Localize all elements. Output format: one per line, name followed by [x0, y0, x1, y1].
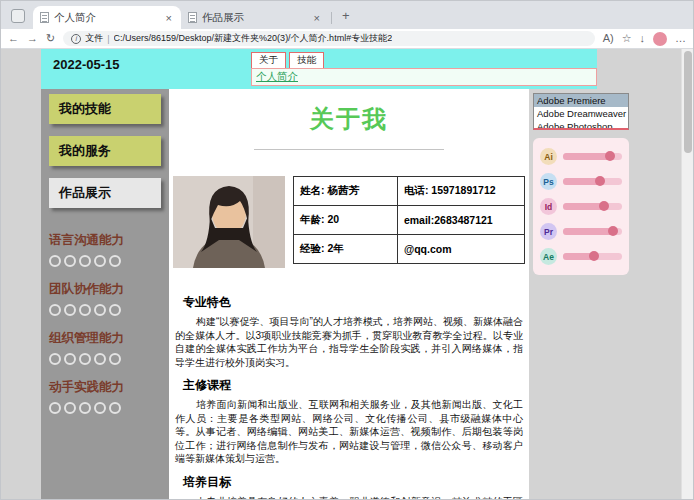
info-cell-email: email:2683487121 — [397, 206, 524, 235]
skill-item: 组织管理能力 — [49, 330, 169, 365]
rating-dot — [109, 255, 121, 267]
info-cell-email-domain: @qq.com — [397, 235, 524, 264]
skill-name: 团队协作能力 — [49, 281, 169, 298]
rating-dot — [49, 402, 61, 414]
info-cell-experience: 经验: 2年 — [294, 235, 398, 264]
proficiency-slider[interactable] — [563, 178, 622, 185]
personal-info-table: 姓名: 杨茜芳 电话: 15971891712 年龄: 20 email:268… — [293, 176, 525, 264]
rating-dot — [79, 304, 91, 316]
section-body: 培养面向新闻和出版业、互联网和相关服务业，及其他新闻出版、文化工作人员：主要是各… — [175, 398, 523, 466]
select-option-premiere[interactable]: Adobe Premiere — [534, 94, 628, 107]
rating-dot — [109, 402, 121, 414]
browser-tab-inactive[interactable]: 作品展示 × — [181, 6, 329, 29]
close-tab-icon[interactable]: × — [164, 12, 174, 24]
slider-knob[interactable] — [599, 201, 609, 211]
page-info-icon[interactable]: i — [71, 34, 81, 44]
profile-row: 姓名: 杨茜芳 电话: 15971891712 年龄: 20 email:268… — [173, 176, 525, 268]
slider-knob[interactable] — [589, 251, 599, 261]
close-tab-icon[interactable]: × — [312, 12, 322, 24]
new-tab-button[interactable]: + — [342, 9, 350, 22]
info-cell-name: 姓名: 杨茜芳 — [294, 177, 398, 206]
back-button[interactable]: ← — [8, 33, 19, 44]
info-cell-phone: 电话: 15971891712 — [397, 177, 524, 206]
right-panel: Adobe Premiere Adobe Dreamweaver Adobe P… — [533, 93, 629, 275]
rating-dot — [79, 255, 91, 267]
skill-name: 动手实践能力 — [49, 379, 169, 396]
web-page: 2022-05-15 关于 技能 个人简介 我的技能 我的服务 作品展示 语言沟… — [1, 49, 693, 500]
rating-dot — [79, 353, 91, 365]
info-cell-age: 年龄: 20 — [294, 206, 398, 235]
page-nav-tabs: 关于 技能 — [251, 52, 324, 69]
browser-tab-active[interactable]: 个人简介 × — [33, 6, 181, 29]
browser-tab-strip: 个人简介 × 作品展示 × + — [1, 1, 693, 29]
favorites-star-icon[interactable]: ☆ — [622, 33, 632, 44]
scrollbar-thumb[interactable] — [684, 51, 692, 153]
page-scrollbar[interactable] — [681, 49, 693, 500]
nav-tab-skills[interactable]: 技能 — [289, 52, 324, 69]
sidebar-item-portfolio[interactable]: 作品展示 — [49, 178, 161, 208]
rating-dot — [109, 353, 121, 365]
rating-dot — [94, 402, 106, 414]
browser-toolbar: ← → ↻ i 文件 | C:/Users/86159/Desktop/新建文件… — [1, 29, 693, 49]
forward-button[interactable]: → — [27, 33, 38, 44]
proficiency-slider[interactable] — [563, 253, 622, 260]
software-select-list[interactable]: Adobe Premiere Adobe Dreamweaver Adobe P… — [533, 93, 629, 130]
section-courses: 主修课程 培养面向新闻和出版业、互联网和相关服务业，及其他新闻出版、文化工作人员… — [169, 377, 529, 466]
ai-icon: Ai — [540, 148, 557, 165]
table-row: 年龄: 20 email:2683487121 — [294, 206, 525, 235]
nav-tab-about[interactable]: 关于 — [251, 52, 286, 69]
sidebar-item-my-skills[interactable]: 我的技能 — [49, 94, 161, 124]
rating-dot — [94, 353, 106, 365]
skill-rating-dots — [49, 304, 169, 316]
section-heading: 主修课程 — [183, 377, 525, 394]
downloads-icon[interactable]: ↓ — [640, 33, 646, 44]
section-body: 构建“以赛促学、项目导向”的人才培养模式，培养网站、视频、新媒体融合的全媒体人才… — [175, 315, 523, 369]
tool-row: Ai — [540, 148, 622, 165]
slider-knob[interactable] — [605, 151, 615, 161]
tab-title: 个人简介 — [54, 11, 164, 25]
skill-rating-dots — [49, 255, 169, 267]
tool-row: Pr — [540, 223, 622, 240]
tab-divider — [331, 12, 332, 24]
rating-dot — [79, 402, 91, 414]
tool-row: Ps — [540, 173, 622, 190]
rating-dot — [64, 255, 76, 267]
slider-knob[interactable] — [608, 226, 618, 236]
id-icon: Id — [540, 198, 557, 215]
refresh-button[interactable]: ↻ — [46, 33, 55, 44]
table-row: 姓名: 杨茜芳 电话: 15971891712 — [294, 177, 525, 206]
sidebar-item-my-services[interactable]: 我的服务 — [49, 136, 161, 166]
skill-item: 团队协作能力 — [49, 281, 169, 316]
breadcrumb-strip: 个人简介 — [251, 68, 597, 86]
pr-icon: Pr — [540, 223, 557, 240]
read-aloud-icon[interactable]: A) — [603, 33, 614, 44]
address-url: C:/Users/86159/Desktop/新建文件夹%20(3)/个人简介.… — [114, 32, 393, 45]
section-specialty: 专业特色 构建“以赛促学、项目导向”的人才培养模式，培养网站、视频、新媒体融合的… — [169, 294, 529, 369]
address-scheme-label: 文件 — [85, 32, 103, 45]
proficiency-slider[interactable] — [563, 203, 622, 210]
tab-actions-button[interactable] — [11, 9, 25, 23]
profile-avatar[interactable] — [653, 32, 667, 46]
proficiency-slider[interactable] — [563, 228, 622, 235]
home-link[interactable]: 个人简介 — [256, 70, 298, 84]
main-content: 关于我 姓名: 杨茜芳 电话: 15971891712 — [169, 89, 529, 500]
date-label: 2022-05-15 — [53, 57, 120, 72]
slider-knob[interactable] — [595, 176, 605, 186]
proficiency-slider[interactable] — [563, 153, 622, 160]
select-option-photoshop[interactable]: Adobe Photoshop — [534, 120, 628, 130]
rating-dot — [64, 304, 76, 316]
rating-dot — [49, 255, 61, 267]
page-header: 2022-05-15 关于 技能 个人简介 — [41, 49, 597, 89]
menu-icon[interactable]: … — [675, 33, 686, 44]
section-heading: 专业特色 — [183, 294, 525, 311]
rating-dot — [94, 304, 106, 316]
section-goals: 培养目标 本专业培养具有良好的人文素养、职业道德和创新意识，精益求精的工匠精神；… — [169, 474, 529, 500]
skill-ratings: 语言沟通能力 团队协作能力 组织管理能力 — [41, 232, 169, 414]
ps-icon: Ps — [540, 173, 557, 190]
rating-dot — [49, 304, 61, 316]
skill-name: 语言沟通能力 — [49, 232, 169, 249]
skill-name: 组织管理能力 — [49, 330, 169, 347]
title-divider — [254, 149, 444, 150]
address-bar[interactable]: i 文件 | C:/Users/86159/Desktop/新建文件夹%20(3… — [63, 31, 594, 46]
select-option-dreamweaver[interactable]: Adobe Dreamweaver — [534, 107, 628, 120]
